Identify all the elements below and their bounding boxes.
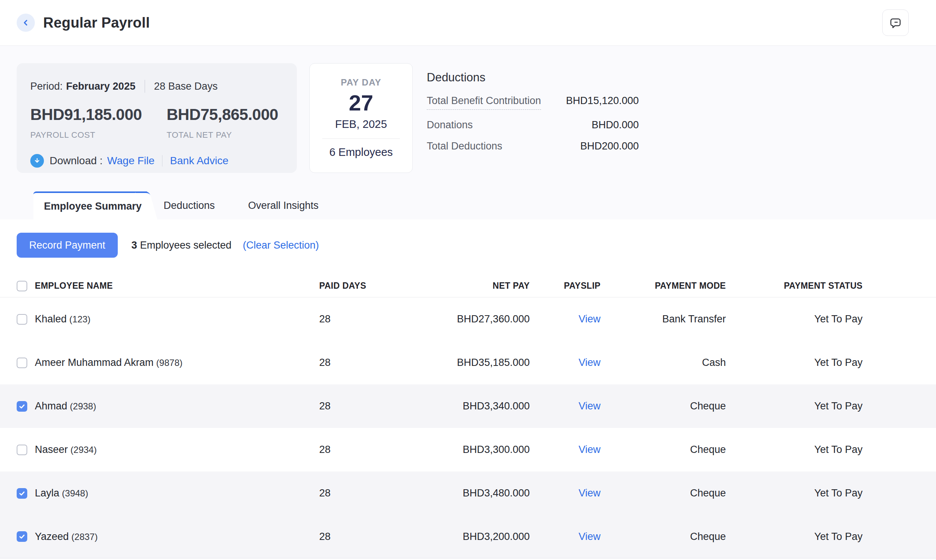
column-header-net-pay: NET PAY (395, 281, 530, 291)
chevron-left-icon (20, 17, 31, 28)
employee-name-cell: Khaled(123) (35, 313, 319, 325)
deduction-label: Donations (427, 119, 473, 131)
row-checkbox[interactable] (17, 445, 27, 455)
page-header: Regular Payroll (0, 0, 936, 46)
payday-month-year: FEB, 2025 (335, 118, 387, 131)
payment-status-cell: Yet To Pay (726, 487, 863, 499)
deduction-value: BHD0.000 (591, 119, 639, 131)
view-payslip-link[interactable]: View (579, 444, 601, 455)
wage-file-link[interactable]: Wage File (107, 155, 154, 167)
view-payslip-link[interactable]: View (579, 313, 601, 325)
deduction-label: Total Deductions (427, 140, 502, 152)
employee-name-cell: Ahmad(2938) (35, 400, 319, 412)
column-header-payment-status: PAYMENT STATUS (726, 281, 863, 291)
column-header-payment-mode: PAYMENT MODE (601, 281, 726, 291)
actions-row: Record Payment 3 Employees selected (Cle… (0, 233, 936, 258)
comment-button[interactable] (882, 9, 909, 36)
payment-status-cell: Yet To Pay (726, 531, 863, 543)
payday-card: PAY DAY 27 FEB, 2025 6 Employees (309, 63, 413, 173)
view-payslip-link[interactable]: View (579, 487, 601, 499)
column-header-employee-name: EMPLOYEE NAME (35, 281, 319, 291)
period-card: Period: February 2025 28 Base Days BHD91… (17, 63, 297, 173)
payment-mode-cell: Cheque (601, 400, 726, 412)
employee-table: EMPLOYEE NAME PAID DAYS NET PAY PAYSLIP … (0, 275, 936, 558)
record-payment-button[interactable]: Record Payment (17, 233, 118, 258)
paid-days-cell: 28 (319, 313, 395, 325)
payslip-cell: View (530, 357, 601, 369)
payslip-cell: View (530, 487, 601, 499)
total-net-pay-label: TOTAL NET PAY (167, 130, 303, 140)
net-pay-cell: BHD3,340.000 (395, 400, 530, 412)
total-net-pay-value: BHD75,865.000 (167, 106, 303, 124)
table-row: Khaled(123) 28 BHD27,360.000 View Bank T… (0, 297, 936, 341)
view-payslip-link[interactable]: View (579, 531, 601, 542)
checkmark-icon (19, 533, 25, 540)
period-label: Period: (30, 81, 63, 92)
payroll-run-page: Regular Payroll Period: February 2025 28… (0, 0, 936, 560)
payday-day: 27 (349, 91, 373, 115)
payroll-cost-label: PAYROLL COST (30, 130, 167, 140)
employee-name-cell: Naseer(2934) (35, 444, 319, 456)
deduction-row: Total Deductions BHD200.000 (427, 140, 639, 152)
period-value: February 2025 (66, 81, 136, 92)
payment-mode-cell: Cheque (601, 444, 726, 456)
payment-status-cell: Yet To Pay (726, 357, 863, 369)
row-checkbox[interactable] (17, 531, 27, 542)
paid-days-cell: 28 (319, 400, 395, 412)
employee-name-cell: Layla(3948) (35, 487, 319, 499)
paid-days-cell: 28 (319, 487, 395, 499)
employee-name-cell: Ameer Muhammad Akram(9878) (35, 357, 319, 369)
net-pay-cell: BHD3,480.000 (395, 487, 530, 499)
table-body: Khaled(123) 28 BHD27,360.000 View Bank T… (0, 297, 936, 558)
payslip-cell: View (530, 444, 601, 456)
table-row: Ahmad(2938) 28 BHD3,340.000 View Cheque … (0, 384, 936, 428)
row-checkbox[interactable] (17, 488, 27, 499)
divider (322, 138, 400, 139)
payday-label: PAY DAY (341, 77, 381, 88)
table-row: Layla(3948) 28 BHD3,480.000 View Cheque … (0, 471, 936, 515)
net-pay-cell: BHD27,360.000 (395, 313, 530, 325)
clear-selection-link[interactable]: (Clear Selection) (243, 240, 319, 251)
paid-days-cell: 28 (319, 444, 395, 456)
view-payslip-link[interactable]: View (579, 357, 601, 368)
back-button[interactable] (17, 14, 35, 32)
table-row: Naseer(2934) 28 BHD3,300.000 View Cheque… (0, 428, 936, 471)
bank-advice-link[interactable]: Bank Advice (170, 155, 228, 167)
net-pay-cell: BHD35,185.000 (395, 357, 530, 369)
download-label: Download : (50, 155, 103, 167)
payroll-cost-value: BHD91,185.000 (30, 106, 167, 124)
deductions-title: Deductions (427, 71, 639, 84)
deduction-row: Total Benefit Contribution BHD15,120.000 (427, 95, 639, 110)
row-checkbox[interactable] (17, 401, 27, 412)
net-pay-cell: BHD3,200.000 (395, 531, 530, 543)
divider (145, 80, 145, 93)
comment-icon (889, 16, 902, 29)
table-row: Yazeed(2837) 28 BHD3,200.000 View Cheque… (0, 515, 936, 558)
deduction-value: BHD15,120.000 (566, 95, 639, 107)
employee-name-cell: Yazeed(2837) (35, 531, 319, 543)
deduction-value: BHD200.000 (580, 140, 639, 152)
table-row: Ameer Muhammad Akram(9878) 28 BHD35,185.… (0, 341, 936, 384)
payment-status-cell: Yet To Pay (726, 313, 863, 325)
tab-overall-insights[interactable]: Overall Insights (231, 191, 335, 219)
deductions-summary: Deductions Total Benefit Contribution BH… (427, 63, 639, 162)
payment-mode-cell: Cheque (601, 531, 726, 543)
row-checkbox[interactable] (17, 358, 27, 368)
deduction-label[interactable]: Total Benefit Contribution (427, 95, 541, 110)
view-payslip-link[interactable]: View (579, 400, 601, 412)
download-icon (30, 154, 44, 168)
payroll-overview: Period: February 2025 28 Base Days BHD91… (0, 46, 936, 219)
tab-content: Record Payment 3 Employees selected (Cle… (0, 219, 936, 560)
tab-deductions[interactable]: Deductions (147, 191, 231, 219)
payment-status-cell: Yet To Pay (726, 444, 863, 456)
selection-count-text: 3 Employees selected (131, 240, 231, 251)
paid-days-cell: 28 (319, 357, 395, 369)
tab-employee-summary[interactable]: Employee Summary (33, 191, 147, 219)
select-all-checkbox[interactable] (17, 281, 27, 291)
checkmark-icon (19, 403, 25, 410)
page-title: Regular Payroll (43, 15, 150, 31)
column-header-paid-days: PAID DAYS (319, 281, 395, 291)
row-checkbox[interactable] (17, 314, 27, 325)
payday-employee-count: 6 Employees (329, 146, 393, 159)
base-days: 28 Base Days (154, 81, 218, 92)
